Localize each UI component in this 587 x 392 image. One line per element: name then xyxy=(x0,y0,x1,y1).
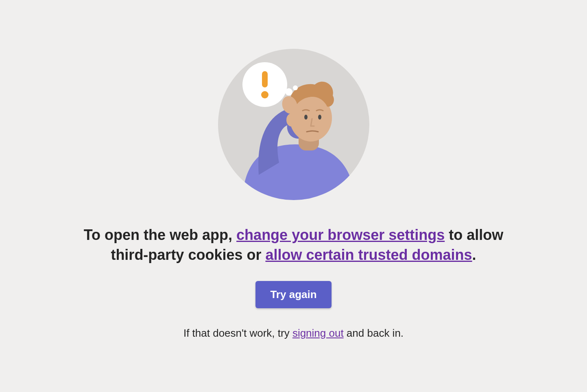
allow-trusted-domains-link[interactable]: allow certain trusted domains xyxy=(265,246,472,263)
svg-point-8 xyxy=(293,85,298,90)
change-browser-settings-link[interactable]: change your browser settings xyxy=(236,226,445,243)
svg-point-4 xyxy=(286,113,296,126)
svg-point-6 xyxy=(318,115,321,120)
try-again-button[interactable]: Try again xyxy=(255,281,331,308)
subtext: If that doesn't work, try signing out an… xyxy=(183,327,404,340)
svg-point-12 xyxy=(261,91,268,98)
confused-person-illustration xyxy=(218,49,369,200)
subtext-part2: and back in. xyxy=(344,327,404,339)
signing-out-link[interactable]: signing out xyxy=(292,327,344,339)
heading-text-3: . xyxy=(472,246,476,263)
heading-text-1: To open the web app, xyxy=(84,226,236,243)
svg-rect-11 xyxy=(262,71,268,87)
subtext-part1: If that doesn't work, try xyxy=(183,327,292,339)
svg-point-5 xyxy=(304,115,308,120)
error-heading: To open the web app, change your browser… xyxy=(82,225,505,265)
